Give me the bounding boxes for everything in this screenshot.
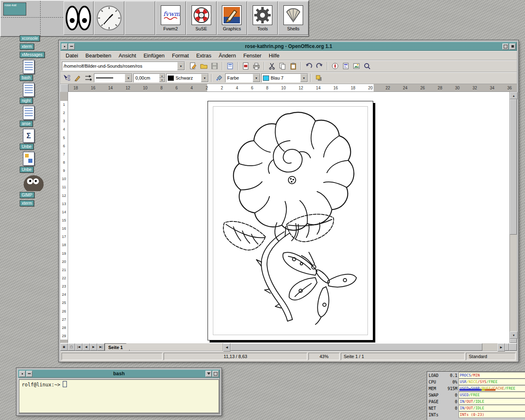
horizontal-scroll-thumb[interactable] [231,343,482,351]
edit-file-icon[interactable] [188,62,198,71]
page-tab[interactable]: Seite 1 [105,343,130,351]
menu-item[interactable]: Ändern [215,52,240,59]
menu-item[interactable]: Extras [192,52,215,59]
desktop-icon[interactable]: xMessages [20,52,45,58]
desktop-icon[interactable]: anse [20,106,34,127]
terminal-screen[interactable]: rolf@linux:~> [19,379,219,413]
scroll-left-icon[interactable]: ◀ [223,343,231,352]
desktop-icon[interactable]: Unbe [20,129,34,150]
desktop-icon[interactable]: xterm [20,43,34,50]
menu-item[interactable]: Hilfe [265,52,283,59]
fill-style-select[interactable]: Farbe ▼ [225,73,260,82]
arrow-ends-icon[interactable] [83,73,93,82]
desktop-icon[interactable]: xconsole [20,35,40,41]
desktop-icon[interactable]: night [20,83,34,104]
menu-item[interactable]: Fenster [240,52,265,59]
view-mode-button-1[interactable]: ▣ [60,343,68,351]
cut-icon[interactable] [267,62,277,71]
horizontal-scroll-track[interactable] [231,343,498,351]
fvwm-pager[interactable]: rose-kat [1,1,63,36]
navigator-icon[interactable] [330,62,340,71]
redo-icon[interactable] [315,62,324,71]
open-icon[interactable] [199,62,209,71]
scroll-down-icon[interactable]: ▼ [510,331,518,339]
launcher-tools[interactable]: Tools [247,1,278,35]
zoom-icon[interactable] [362,62,372,71]
window-menu-button[interactable] [62,43,68,50]
horizontal-scrollbar[interactable]: ◀ ▶ [223,343,517,351]
fill-color-dropdown-arrow-icon[interactable]: ▼ [300,74,308,82]
scroll-up-icon[interactable]: ▲ [510,92,518,99]
stylist-icon[interactable] [341,62,351,71]
line-color-select[interactable]: Schwarz ▼ [166,73,209,82]
copy-icon[interactable] [278,62,288,71]
xosview-row: SWAP 0 USED/FREE [427,392,525,398]
maximize-button[interactable] [509,43,516,50]
window-sticky-button[interactable] [68,43,75,50]
line-width-stepper[interactable]: 0,00cm ▲ ▼ [133,73,165,82]
desktop-icon[interactable]: bash [20,60,34,81]
save-icon[interactable] [210,62,219,71]
maximize-button[interactable] [212,371,219,377]
terminal-titlebar[interactable]: bash [18,370,220,378]
fill-style-dropdown-arrow-icon[interactable]: ▼ [253,74,260,82]
iconify-button[interactable] [205,371,212,377]
window-menu-button[interactable] [19,371,25,377]
view-mode-button-2[interactable]: ▢ [68,343,75,351]
vertical-ruler[interactable]: 1234567891011121314151617181920212223242… [60,92,68,343]
pager-window[interactable]: rose-kat [3,2,26,16]
line-style-dropdown-arrow-icon[interactable]: ▼ [125,74,132,82]
vertical-scroll-thumb[interactable] [510,99,517,235]
iconify-button[interactable] [502,43,509,50]
export-pdf-icon[interactable] [241,62,251,71]
legend-word: /IDLE [473,406,484,410]
scroll-right-icon[interactable]: ▶ [498,343,505,352]
launcher-fvwm2[interactable]: fvwm Fvwm2 [155,1,186,35]
launcher-suse[interactable]: SuSE [186,1,217,35]
print-icon[interactable] [251,62,261,71]
menu-item[interactable]: Datei [62,52,82,59]
drawing-page[interactable] [208,101,373,340]
menu-item[interactable]: Ansicht [115,52,140,59]
launcher-shells[interactable]: Shells [278,1,308,35]
gallery-icon[interactable] [352,62,361,71]
vertical-scroll-track[interactable] [510,99,517,331]
vertical-scrollbar[interactable]: ▲ ▼ [509,92,517,343]
line-style-select[interactable]: ▼ [94,73,132,82]
paint-can-icon[interactable] [215,73,224,82]
desktop-icon[interactable]: Unbe [20,152,34,173]
launcher-graphics[interactable]: Graphics [217,1,247,35]
edit-points-icon[interactable] [62,73,72,82]
tab-first-icon[interactable]: |◀ [75,343,82,351]
stepper-down-icon[interactable]: ▼ [159,78,165,82]
desktop-icon[interactable]: GIMP [20,175,44,198]
titlebar[interactable]: rose-kathrin.png - OpenOffice.org 1.1 [60,42,517,51]
clock-button[interactable] [94,1,124,35]
undo-icon[interactable] [304,62,314,71]
stepper-up-icon[interactable]: ▲ [159,74,165,78]
menu-item[interactable]: Einfügen [140,52,168,59]
vertical-split-handle[interactable] [510,339,517,343]
tab-prev-icon[interactable]: ◀ [82,343,90,351]
url-combobox[interactable]: /home/rolf/Bilder-und-Sounds/rosen/ros ▼ [62,62,185,71]
window-sticky-button[interactable] [26,371,32,377]
menu-item[interactable]: Bearbeiten [82,52,115,59]
horizontal-ruler[interactable]: 1816141210864224681012141618202224262830… [68,84,517,91]
paste-icon[interactable] [288,62,298,71]
empty-panel-button[interactable] [125,1,155,35]
ruler-corner-button[interactable] [60,84,68,92]
xeyes-button[interactable] [64,1,94,35]
shadow-toggle-icon[interactable] [314,73,324,82]
menu-item[interactable]: Format [168,52,192,59]
horizontal-split-handle[interactable] [505,343,509,351]
drawing-canvas[interactable] [68,92,509,343]
tab-last-icon[interactable]: ▶| [97,343,105,351]
tab-next-icon[interactable]: ▶ [90,343,97,351]
edit-mode-icon[interactable] [225,62,235,71]
fill-color-select[interactable]: Blau 7 ▼ [261,73,308,82]
pen-line-icon[interactable] [73,73,82,82]
desktop-icon[interactable]: xterm [20,200,34,206]
line-color-dropdown-arrow-icon[interactable]: ▼ [201,74,208,82]
url-dropdown-arrow-icon[interactable]: ▼ [177,62,185,70]
status-zoom[interactable]: 43% [308,353,340,360]
